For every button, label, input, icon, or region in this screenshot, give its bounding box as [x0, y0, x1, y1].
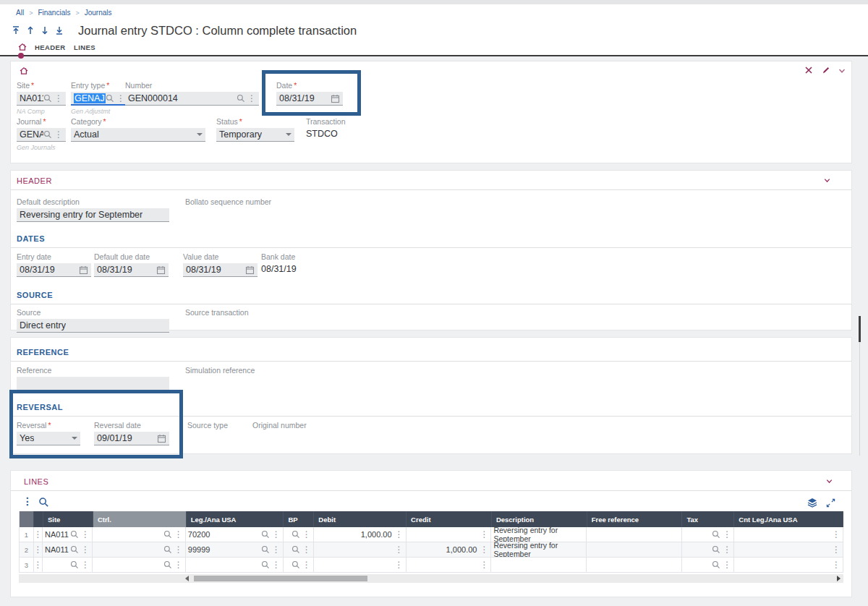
cell-options-kebab-icon[interactable]: ⋮	[480, 561, 488, 568]
cell-free-reference[interactable]	[587, 542, 682, 557]
collapse-panel-chevron-icon[interactable]	[837, 66, 847, 76]
grid-options-kebab-icon[interactable]: ⋮	[22, 498, 33, 505]
cell-options-kebab-icon[interactable]: ⋮	[272, 531, 281, 538]
tab-lines[interactable]: LINES	[74, 43, 95, 51]
date-field[interactable]: 08/31/19	[276, 92, 343, 106]
cell-site[interactable]: NA011⋮	[43, 542, 93, 557]
expand-grid-icon[interactable]	[826, 498, 835, 508]
cell-options-kebab-icon[interactable]: ⋮	[832, 546, 841, 553]
previous-record-icon[interactable]	[25, 25, 35, 36]
cell-debit[interactable]: 1,000.00⋮	[314, 527, 407, 542]
home-section-icon[interactable]	[19, 66, 29, 76]
col-free-reference[interactable]: Free reference	[587, 511, 683, 527]
cell-ctrl[interactable]: ⋮	[93, 542, 186, 557]
cell-lookup-magnifier-icon[interactable]	[712, 530, 720, 539]
row-actions-cell[interactable]: ⋮	[34, 527, 43, 542]
reversal-select[interactable]: Yes	[17, 432, 80, 445]
cell-lookup-magnifier-icon[interactable]	[712, 545, 720, 554]
breadcrumb-journals[interactable]: Journals	[85, 9, 112, 17]
row-actions-cell[interactable]: ⋮	[34, 558, 43, 572]
cell-credit[interactable]: ⋮	[407, 527, 492, 542]
section-collapse-chevron-icon[interactable]	[825, 477, 835, 487]
cell-lookup-magnifier-icon[interactable]	[163, 560, 172, 569]
cell-options-kebab-icon[interactable]: ⋮	[174, 546, 183, 553]
cell-cnt-leg-ana[interactable]: ⋮	[734, 527, 843, 542]
cell-site[interactable]: NA011⋮	[43, 527, 93, 542]
col-leg-ana[interactable]: Leg./Ana USA	[187, 511, 284, 527]
default-due-date-field[interactable]: 08/31/19	[94, 263, 169, 277]
calendar-icon[interactable]	[79, 265, 88, 275]
cell-ctrl[interactable]: ⋮	[93, 527, 186, 542]
cell-leg-ana[interactable]: 99999⋮	[186, 542, 284, 557]
cell-debit[interactable]: ⋮	[314, 558, 407, 572]
col-description[interactable]: Description	[492, 511, 587, 527]
last-record-icon[interactable]	[54, 25, 64, 36]
reversal-date-field[interactable]: 09/01/19	[94, 432, 169, 445]
cell-leg-ana[interactable]: 70200⋮	[186, 527, 284, 542]
col-cnt-leg-ana[interactable]: Cnt Leg./Ana USA	[734, 511, 843, 527]
calendar-icon[interactable]	[331, 94, 340, 103]
scroll-left-arrow-icon[interactable]	[185, 576, 189, 581]
cell-options-kebab-icon[interactable]: ⋮	[302, 546, 311, 553]
dropdown-caret-icon[interactable]	[286, 133, 292, 136]
entry-date-field[interactable]: 08/31/19	[17, 263, 91, 277]
cell-options-kebab-icon[interactable]: ⋮	[480, 546, 488, 553]
col-tax[interactable]: Tax	[682, 511, 734, 527]
home-tab-icon[interactable]	[17, 42, 27, 52]
status-select[interactable]: Temporary	[216, 128, 294, 142]
tab-header[interactable]: HEADER	[35, 43, 66, 51]
col-credit[interactable]: Credit	[407, 511, 492, 527]
cell-credit[interactable]: 1,000.00⋮	[407, 542, 492, 557]
cell-leg-ana[interactable]: ⋮	[186, 558, 284, 572]
cell-options-kebab-icon[interactable]: ⋮	[723, 546, 731, 553]
lookup-magnifier-icon[interactable]	[106, 94, 114, 103]
cell-description[interactable]: Reversing entry for September	[491, 542, 587, 557]
cell-bp[interactable]: ⋮	[284, 558, 314, 572]
cell-lookup-magnifier-icon[interactable]	[261, 560, 270, 569]
cell-tax[interactable]: ⋮	[682, 558, 734, 572]
dropdown-caret-icon[interactable]	[197, 133, 203, 136]
scroll-right-arrow-icon[interactable]	[837, 576, 841, 581]
field-options-kebab-icon[interactable]: ⋮	[247, 95, 256, 102]
cell-lookup-magnifier-icon[interactable]	[261, 545, 270, 554]
cell-options-kebab-icon[interactable]: ⋮	[395, 531, 404, 538]
row-actions-cell[interactable]: ⋮	[34, 542, 43, 557]
cell-options-kebab-icon[interactable]: ⋮	[302, 531, 311, 538]
calendar-icon[interactable]	[245, 265, 255, 275]
cell-options-kebab-icon[interactable]: ⋮	[395, 561, 404, 568]
cell-lookup-magnifier-icon[interactable]	[70, 530, 79, 539]
cell-description[interactable]	[491, 558, 587, 572]
cell-lookup-magnifier-icon[interactable]	[70, 560, 79, 569]
next-record-icon[interactable]	[39, 25, 50, 36]
value-date-field[interactable]: 08/31/19	[183, 263, 258, 277]
field-options-kebab-icon[interactable]: ⋮	[54, 95, 63, 102]
cancel-x-icon[interactable]	[804, 65, 814, 75]
cell-options-kebab-icon[interactable]: ⋮	[81, 531, 90, 538]
cell-tax[interactable]: ⋮	[682, 542, 734, 557]
calendar-icon[interactable]	[157, 434, 166, 443]
cell-cnt-leg-ana[interactable]: ⋮	[734, 542, 843, 557]
horizontal-scrollbar[interactable]	[19, 574, 843, 583]
cell-options-kebab-icon[interactable]: ⋮	[272, 561, 281, 568]
cell-options-kebab-icon[interactable]: ⋮	[395, 546, 404, 553]
journal-field[interactable]: GENAJ ⋮	[17, 128, 66, 142]
col-ctrl[interactable]: Ctrl.	[93, 511, 187, 527]
section-collapse-chevron-icon[interactable]	[822, 176, 833, 186]
cell-options-kebab-icon[interactable]: ⋮	[34, 561, 43, 568]
cell-options-kebab-icon[interactable]: ⋮	[174, 531, 183, 538]
lookup-magnifier-icon[interactable]	[43, 94, 52, 103]
col-bp[interactable]: BP	[284, 511, 314, 527]
cell-lookup-magnifier-icon[interactable]	[163, 545, 172, 554]
cell-bp[interactable]: ⋮	[284, 542, 314, 557]
cell-options-kebab-icon[interactable]: ⋮	[34, 531, 43, 538]
edit-pencil-icon[interactable]	[821, 65, 831, 75]
site-field[interactable]: NA011 ⋮	[17, 92, 66, 106]
vertical-scrollbar-thumb[interactable]	[859, 316, 861, 342]
cell-lookup-magnifier-icon[interactable]	[70, 545, 79, 554]
layers-icon[interactable]	[807, 497, 818, 508]
cell-lookup-magnifier-icon[interactable]	[292, 530, 300, 539]
cell-options-kebab-icon[interactable]: ⋮	[81, 561, 90, 568]
horizontal-scrollbar-thumb[interactable]	[194, 576, 367, 581]
grid-search-magnifier-icon[interactable]	[38, 497, 49, 508]
cell-options-kebab-icon[interactable]: ⋮	[34, 546, 43, 553]
